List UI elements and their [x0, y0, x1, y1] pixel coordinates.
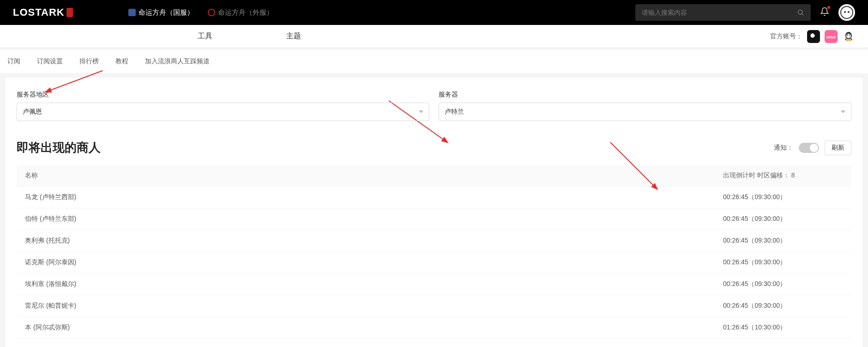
svg-text:bilibili: bilibili — [826, 35, 836, 39]
topbar-right — [635, 4, 855, 21]
table-body: 马龙 (卢特兰西部)00:26:45（09:30:00）伯特 (卢特兰东部)00… — [17, 187, 851, 339]
merchant-table: 名称 出现倒计时 时区偏移： 8 马龙 (卢特兰西部)00:26:45（09:3… — [17, 165, 851, 339]
table-row[interactable]: 马龙 (卢特兰西部)00:26:45（09:30:00） — [17, 187, 851, 208]
filter-server: 服务器 卢特兰 — [439, 91, 851, 121]
nav-themes[interactable]: 主题 — [286, 31, 301, 41]
topbar: LOSTARK 命运方舟（国服） 命运方舟（外服） — [0, 0, 868, 25]
bilibili-icon[interactable]: bilibili — [825, 30, 838, 43]
merchant-name: 雷尼尔 (帕普妮卡) — [25, 302, 723, 310]
book-icon — [128, 9, 136, 16]
merchant-timer: 00:26:45（09:30:00） — [723, 258, 843, 267]
merchant-timer: 00:26:45（09:30:00） — [723, 215, 843, 223]
table-row[interactable]: 本 (阿尔忒弥斯)01:26:45（10:30:00） — [17, 317, 851, 339]
server-select[interactable]: 卢特兰 — [439, 103, 851, 121]
logo-badge-icon — [66, 8, 73, 17]
svg-point-6 — [849, 34, 850, 36]
server-value: 卢特兰 — [445, 108, 464, 116]
col-timer-header: 出现倒计时 时区偏移： 8 — [723, 171, 843, 180]
avatar-face-icon — [840, 6, 853, 19]
filter-row: 服务器地区 卢佩恩 服务器 卢特兰 — [17, 91, 851, 121]
merchant-name: 埃利塞 (洛恒戴尔) — [25, 280, 723, 288]
official-label: 官方账号： — [770, 32, 802, 41]
subnav-settings[interactable]: 订阅设置 — [37, 57, 63, 66]
subnav-channel[interactable]: 加入流浪商人互踩频道 — [145, 57, 210, 66]
table-row[interactable]: 奥利弗 (托托克)00:26:45（09:30:00） — [17, 230, 851, 252]
server-label: 服务器 — [439, 91, 851, 99]
nav-center: 工具 主题 — [198, 31, 301, 41]
subnav-tutorial[interactable]: 教程 — [115, 57, 128, 66]
subnav-ranking[interactable]: 排行榜 — [79, 57, 99, 66]
svg-point-8 — [849, 39, 851, 41]
notifications-button[interactable] — [820, 7, 829, 18]
refresh-button[interactable]: 刷新 — [825, 140, 851, 155]
content: 服务器地区 卢佩恩 服务器 卢特兰 即将出现的商人 通知： 刷新 名称 出现倒计… — [6, 78, 862, 347]
filter-region: 服务器地区 卢佩恩 — [17, 91, 429, 121]
table-row[interactable]: 埃利塞 (洛恒戴尔)00:26:45（09:30:00） — [17, 274, 851, 295]
region-value: 卢佩恩 — [23, 108, 42, 116]
circle-icon — [208, 9, 215, 16]
subnav-subscribe[interactable]: 订阅 — [7, 57, 20, 66]
table-row[interactable]: 雷尼尔 (帕普妮卡)00:26:45（09:30:00） — [17, 295, 851, 317]
search-input[interactable] — [642, 9, 797, 16]
table-row[interactable]: 诺克斯 (阿尔泰因)00:26:45（09:30:00） — [17, 252, 851, 274]
search-box[interactable] — [635, 4, 811, 21]
svg-line-1 — [802, 14, 803, 15]
table-row[interactable]: 伯特 (卢特兰东部)00:26:45（09:30:00） — [17, 208, 851, 230]
merchant-name: 诺克斯 (阿尔泰因) — [25, 258, 723, 267]
navbar: 工具 主题 官方账号： bilibili — [0, 25, 868, 48]
svg-point-7 — [846, 39, 849, 41]
merchant-name: 马龙 (卢特兰西部) — [25, 193, 723, 201]
table-header: 名称 出现倒计时 时区偏移： 8 — [17, 165, 851, 187]
svg-point-5 — [847, 34, 848, 36]
merchant-name: 伯特 (卢特兰东部) — [25, 215, 723, 223]
merchant-timer: 00:26:45（09:30:00） — [723, 302, 843, 310]
logo[interactable]: LOSTARK — [13, 6, 73, 18]
search-icon[interactable] — [797, 9, 804, 16]
qq-icon[interactable] — [842, 30, 855, 43]
merchant-timer: 00:26:45（09:30:00） — [723, 280, 843, 288]
section-header: 即将出现的商人 通知： 刷新 — [17, 140, 851, 156]
section-controls: 通知： 刷新 — [774, 140, 851, 155]
region-label: 服务器地区 — [17, 91, 429, 99]
merchant-timer: 01:26:45（10:30:00） — [723, 323, 843, 332]
notification-toggle[interactable] — [799, 143, 819, 153]
section-title: 即将出现的商人 — [17, 140, 101, 156]
svg-line-9 — [49, 71, 102, 91]
avatar[interactable] — [838, 4, 855, 21]
merchant-timer: 00:26:45（09:30:00） — [723, 193, 843, 201]
logo-text: LOSTARK — [13, 6, 65, 18]
tab-cn-label: 命运方舟（国服） — [139, 8, 194, 17]
nav-tools[interactable]: 工具 — [198, 31, 212, 41]
tab-global[interactable]: 命运方舟（外服） — [208, 8, 273, 17]
region-tabs: 命运方舟（国服） 命运方舟（外服） — [128, 8, 273, 17]
tab-global-label: 命运方舟（外服） — [218, 8, 273, 17]
nav-right: 官方账号： bilibili — [770, 30, 855, 43]
notif-label: 通知： — [774, 144, 793, 152]
subnav: 订阅 订阅设置 排行榜 教程 加入流浪商人互踩频道 — [0, 50, 868, 73]
merchant-timer: 00:26:45（09:30:00） — [723, 237, 843, 245]
merchant-name: 本 (阿尔忒弥斯) — [25, 323, 723, 332]
tab-cn[interactable]: 命运方舟（国服） — [128, 8, 194, 17]
douyin-icon[interactable] — [807, 30, 820, 43]
region-select[interactable]: 卢佩恩 — [17, 103, 429, 121]
svg-point-0 — [798, 10, 802, 14]
col-name-header: 名称 — [25, 171, 723, 180]
notification-dot-icon — [827, 6, 830, 9]
merchant-name: 奥利弗 (托托克) — [25, 237, 723, 245]
